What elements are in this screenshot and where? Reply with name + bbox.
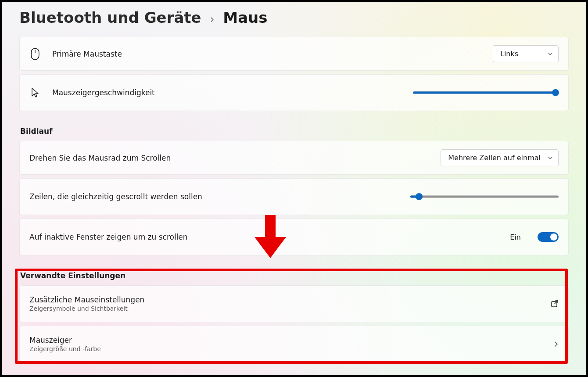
pointer-speed-slider[interactable] <box>413 89 559 97</box>
chevron-down-icon <box>548 155 553 161</box>
section-title-scrolling: Bildlauf <box>20 127 569 136</box>
related-mouse-pointer[interactable]: Mauszeiger Zeigergröße und -farbe <box>19 326 569 363</box>
link-subtitle: Zeigergröße und -farbe <box>29 345 101 352</box>
breadcrumb: Bluetooth und Geräte › Maus <box>19 9 569 26</box>
setting-row-primary-button: Primäre Maustaste Links <box>19 37 569 71</box>
setting-label: Mauszeigergeschwindigkeit <box>52 88 155 97</box>
chevron-right-icon: › <box>210 13 215 25</box>
setting-label: Zeilen, die gleichzeitig gescrollt werde… <box>29 192 202 201</box>
link-subtitle: Zeigersymbole und Sichtbarkeit <box>29 305 144 312</box>
setting-row-inactive-scroll: Auf inaktive Fenster zeigen um zu scroll… <box>19 219 569 255</box>
select-value: Links <box>500 50 518 58</box>
lines-slider[interactable] <box>410 193 559 201</box>
chevron-down-icon <box>548 51 553 57</box>
inactive-scroll-toggle[interactable] <box>538 232 559 242</box>
setting-row-lines-to-scroll: Zeilen, die gleichzeitig gescrollt werde… <box>19 178 569 215</box>
mouse-icon <box>29 48 41 60</box>
setting-row-pointer-speed: Mauszeigergeschwindigkeit <box>19 74 569 111</box>
scroll-wheel-select[interactable]: Mehrere Zeilen auf einmal <box>441 149 559 166</box>
setting-label: Primäre Maustaste <box>52 50 122 58</box>
setting-row-scroll-wheel: Drehen Sie das Mausrad zum Scrollen Mehr… <box>19 141 569 175</box>
section-title-related: Verwandte Einstellungen <box>20 271 569 280</box>
link-title: Zusätzliche Mauseinstellungen <box>29 295 144 304</box>
setting-label: Auf inaktive Fenster zeigen um zu scroll… <box>29 233 188 241</box>
primary-button-select[interactable]: Links <box>493 45 559 62</box>
link-title: Mauszeiger <box>29 336 101 345</box>
setting-label: Drehen Sie das Mausrad zum Scrollen <box>29 154 171 162</box>
chevron-right-icon <box>553 341 559 347</box>
breadcrumb-parent[interactable]: Bluetooth und Geräte <box>19 9 201 26</box>
toggle-state-label: Ein <box>510 233 521 241</box>
breadcrumb-current: Maus <box>223 9 267 26</box>
select-value: Mehrere Zeilen auf einmal <box>448 154 541 162</box>
cursor-icon <box>29 87 41 98</box>
open-external-icon <box>551 300 559 308</box>
related-additional-mouse-settings[interactable]: Zusätzliche Mauseinstellungen Zeigersymb… <box>19 285 569 322</box>
